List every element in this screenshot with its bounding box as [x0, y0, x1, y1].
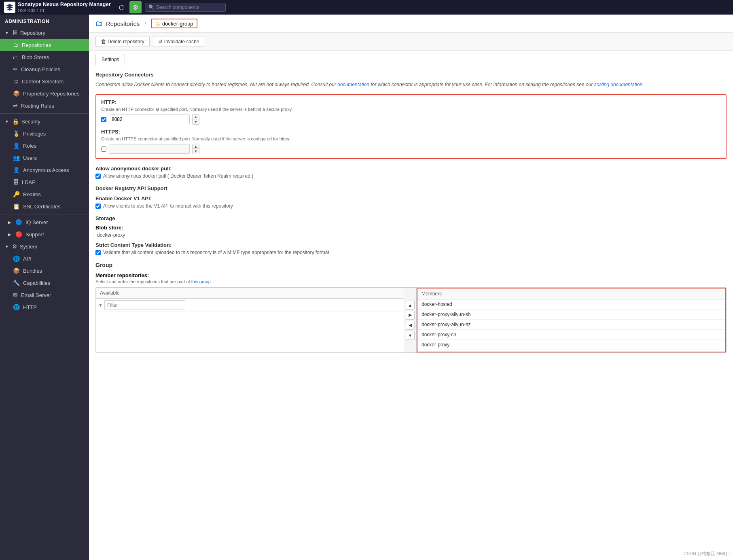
- http-field-box: HTTP: Create an HTTP connector at specif…: [95, 94, 727, 159]
- main-layout: Administration ▼ 🗄 Repository 🗂 Reposito…: [0, 15, 733, 560]
- cleanup-icon: ✏: [13, 66, 18, 72]
- routing-icon: ⇌: [13, 102, 18, 109]
- strict-content-desc: Validate that all content uploaded to th…: [103, 250, 329, 255]
- move-down-button[interactable]: ▼: [406, 331, 415, 340]
- https-description: Create an HTTPS connector at specified p…: [101, 136, 721, 141]
- sidebar-group-security[interactable]: ▼ 🔒 Security: [0, 115, 89, 127]
- sidebar-item-repositories[interactable]: 🗂 Repositories: [0, 39, 89, 51]
- search-bar[interactable]: 🔍 Search components: [145, 3, 226, 12]
- tab-settings[interactable]: Settings: [95, 54, 125, 65]
- sidebar-item-http[interactable]: 🌐 HTTP: [0, 301, 89, 313]
- sidebar-item-api[interactable]: 🌐 API: [0, 252, 89, 265]
- gear-icon-btn[interactable]: ⚙: [129, 1, 142, 13]
- list-item[interactable]: docker-proxy-aliyun-sh: [417, 310, 725, 320]
- sidebar-item-bundles[interactable]: 📦 Bundles: [0, 265, 89, 277]
- https-spinner-up[interactable]: ▲: [193, 144, 199, 149]
- list-item[interactable]: docker-proxy-cn: [417, 330, 725, 340]
- move-left-button[interactable]: ◀: [406, 321, 415, 330]
- blob-store-label: Blob store:: [95, 225, 727, 231]
- strict-content-checkbox[interactable]: [95, 250, 101, 255]
- repository-connectors-section: Repository Connectors Connectors allow D…: [95, 72, 727, 353]
- sidebar-item-anonymous-access[interactable]: 👤 Anonymous Access: [0, 164, 89, 176]
- enable-v1-checkbox[interactable]: [95, 204, 101, 209]
- watermark: CSDN @格格巫 MMQ!!: [684, 551, 730, 557]
- http-description: Create an HTTP connector at specified po…: [101, 107, 721, 112]
- filter-input[interactable]: [104, 300, 185, 310]
- admin-section-title: Administration: [0, 15, 89, 27]
- group-section: Group Member repositories: Select and or…: [95, 262, 727, 353]
- capabilities-icon: 🔧: [13, 280, 20, 286]
- member-columns: Available ▼ ▲: [95, 287, 727, 353]
- breadcrumb-parent[interactable]: Repositories: [106, 20, 140, 27]
- sidebar-group-repository[interactable]: ▼ 🗄 Repository: [0, 27, 89, 39]
- connectors-description: Connectors allow Docker clients to conne…: [95, 81, 727, 89]
- strict-content-checkbox-row: Validate that all content uploaded to th…: [95, 250, 727, 255]
- http-port-input[interactable]: [109, 115, 190, 124]
- https-port-input[interactable]: [109, 144, 190, 154]
- spinner-up-icon[interactable]: ▲: [193, 115, 199, 119]
- app-logo: Sonatype Nexus Repository Manager OSS 3.…: [4, 1, 111, 13]
- move-up-button[interactable]: ▲: [406, 301, 415, 310]
- list-item[interactable]: docker-hosted: [417, 299, 725, 310]
- strict-content-label: Strict Content Type Validation:: [95, 242, 727, 248]
- anon-docker-checkbox-row: Allow anonymous docker pull ( Docker Bea…: [95, 173, 727, 179]
- anon-docker-section: Allow anonymous docker pull: Allow anony…: [95, 165, 727, 179]
- https-spinner-down[interactable]: ▼: [193, 149, 199, 154]
- ssl-icon: 📋: [13, 203, 20, 210]
- refresh-icon: ↺: [158, 38, 163, 45]
- sidebar-item-privileges[interactable]: 🏅 Privileges: [0, 127, 89, 140]
- sidebar-item-email-server[interactable]: ✉ Email Server: [0, 289, 89, 301]
- scaling-doc-link[interactable]: scaling documentation: [594, 82, 642, 87]
- content-selectors-icon: 🗂: [13, 78, 19, 85]
- toolbar: 🗑 Delete repository ↺ Invalidate cache: [89, 33, 733, 51]
- spinner-down-icon[interactable]: ▼: [193, 119, 199, 124]
- list-item[interactable]: docker-proxy: [417, 340, 725, 350]
- https-port-spinner[interactable]: ▲ ▼: [192, 144, 199, 154]
- invalidate-cache-button[interactable]: ↺ Invalidate cache: [153, 36, 205, 47]
- http-checkbox[interactable]: [101, 117, 106, 122]
- arrow-down-icon-3: ▼: [5, 244, 9, 249]
- sidebar-item-routing-rules[interactable]: ⇌ Routing Rules: [0, 100, 89, 112]
- member-repos-desc: Select and order the repositories that a…: [95, 279, 727, 284]
- blob-stores-icon: 🗃: [13, 54, 19, 60]
- topbar-icons: ⬡ ⚙: [116, 1, 142, 13]
- sidebar-item-realms[interactable]: 🔑 Realms: [0, 188, 89, 200]
- trash-icon: 🗑: [101, 38, 106, 45]
- proprietary-icon: 📦: [13, 90, 20, 97]
- search-icon: 🔍: [148, 4, 155, 10]
- app-title: Sonatype Nexus Repository Manager OSS 3.…: [18, 1, 111, 13]
- breadcrumb-current[interactable]: 🗂 docker-group: [151, 19, 197, 28]
- http-label: HTTP:: [101, 99, 721, 105]
- api-icon: 🌐: [13, 255, 20, 262]
- documentation-link[interactable]: documentation: [337, 82, 369, 87]
- sidebar-item-users[interactable]: 👥 Users: [0, 152, 89, 164]
- sidebar-item-support[interactable]: ▶ 🔴 Support: [0, 228, 89, 240]
- sidebar-item-proprietary-repos[interactable]: 📦 Proprietary Repositories: [0, 87, 89, 100]
- this-group-link[interactable]: this group: [191, 279, 211, 284]
- sidebar-item-capabilities[interactable]: 🔧 Capabilities: [0, 277, 89, 289]
- sidebar-item-content-selectors[interactable]: 🗂 Content Selectors: [0, 75, 89, 87]
- anon-docker-label: Allow anonymous docker pull:: [95, 165, 727, 172]
- sidebar-item-ldap[interactable]: 🗄 LDAP: [0, 176, 89, 188]
- sidebar-item-iq-server[interactable]: ▶ 🔵 IQ Server: [0, 216, 89, 228]
- privileges-icon: 🏅: [13, 130, 20, 137]
- storage-section: Storage Blob store: docker-proxy Strict …: [95, 215, 727, 255]
- cube-icon-btn[interactable]: ⬡: [116, 1, 128, 13]
- members-header: Members: [417, 288, 725, 299]
- https-input-row: ▲ ▼: [101, 144, 721, 154]
- sidebar-item-cleanup-policies[interactable]: ✏ Cleanup Policies: [0, 63, 89, 75]
- members-column: Members docker-hosteddocker-proxy-aliyun…: [417, 288, 726, 352]
- http-port-spinner[interactable]: ▲ ▼: [192, 114, 199, 125]
- available-list: [96, 312, 404, 352]
- sidebar: Administration ▼ 🗄 Repository 🗂 Reposito…: [0, 15, 89, 560]
- form-content: Repository Connectors Connectors allow D…: [89, 65, 733, 560]
- sidebar-item-ssl-certificates[interactable]: 📋 SSL Certificates: [0, 200, 89, 212]
- sidebar-item-blob-stores[interactable]: 🗃 Blob Stores: [0, 51, 89, 63]
- anon-docker-checkbox[interactable]: [95, 174, 101, 179]
- https-checkbox[interactable]: [101, 146, 106, 152]
- move-right-button[interactable]: ▶: [406, 311, 415, 320]
- sidebar-item-roles[interactable]: 👤 Roles: [0, 140, 89, 152]
- delete-repository-button[interactable]: 🗑 Delete repository: [95, 36, 150, 47]
- sidebar-group-system[interactable]: ▼ ⚙ System: [0, 240, 89, 252]
- list-item[interactable]: docker-proxy-aliyun-hz: [417, 320, 725, 330]
